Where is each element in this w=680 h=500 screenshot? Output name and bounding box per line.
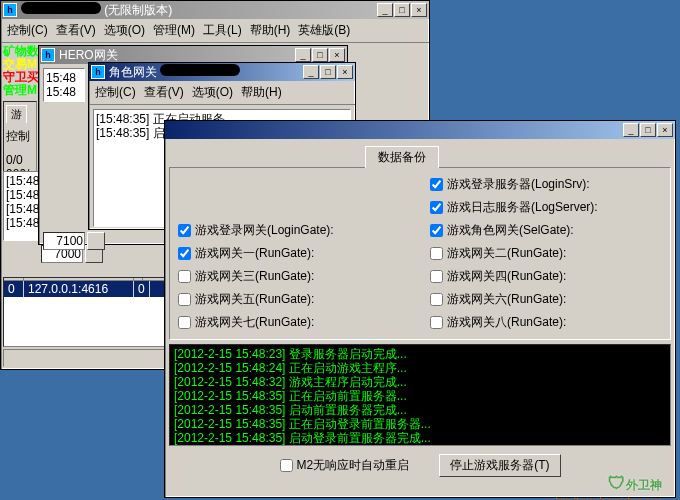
console-output: [2012-2-15 15:48:23] 登录服务器启动完成... [2012-… [169,344,671,446]
app-icon: h [3,3,17,17]
cb-rungate6[interactable]: 游戏网关六(RunGate): [430,289,662,310]
title-role: 角色网关 [109,64,303,81]
cb-rungate2[interactable]: 游戏网关二(RunGate): [430,243,662,264]
cb-logingate[interactable]: 游戏登录网关(LoginGate): [178,220,410,241]
close-button[interactable]: × [411,3,427,17]
maximize-button[interactable]: □ [394,3,410,17]
minimize-button[interactable]: _ [377,3,393,17]
minimize-button[interactable]: _ [295,48,311,62]
menubar-engine: 控制(C) 查看(V) 选项(O) 管理(M) 工具(L) 帮助(H) 英雄版(… [1,19,429,43]
maximize-button[interactable]: □ [640,123,656,137]
cb-loginsrv[interactable]: 游戏登录服务器(LoginSrv): [430,174,662,195]
minimize-button[interactable]: _ [623,123,639,137]
maximize-button[interactable]: □ [320,65,336,79]
maximize-button[interactable]: □ [312,48,328,62]
hero-port-button[interactable] [87,232,105,250]
minimize-button[interactable]: _ [303,65,319,79]
cb-rungate1[interactable]: 游戏网关一(RunGate): [178,243,410,264]
titlebar-engine[interactable]: h (无限制版本) _ □ × [1,1,429,19]
menu-option[interactable]: 选项(O) [188,82,237,103]
menu-option[interactable]: 选项(O) [100,20,149,41]
cb-logserver[interactable]: 游戏日志服务器(LogServer): [430,197,662,218]
window-controller[interactable]: _ □ × 数据备份 游戏登录服务器(LoginSrv): 游戏日志服务器(Lo… [164,120,676,498]
cb-rungate7[interactable]: 游戏网关七(RunGate): [178,312,410,333]
app-icon: h [91,65,105,79]
titlebar-controller[interactable]: _ □ × [165,121,675,139]
service-group: 游戏登录服务器(LoginSrv): 游戏日志服务器(LogServer): 游… [169,167,671,340]
menu-manage[interactable]: 管理(M) [149,20,199,41]
cb-autorestart[interactable]: M2无响应时自动重启 [280,455,410,476]
titlebar-role[interactable]: h 角色网关 _ □ × [89,63,355,81]
title-hero: HERO网关 [59,47,295,64]
cb-rungate5[interactable]: 游戏网关五(RunGate): [178,289,410,310]
hero-port-input[interactable] [43,232,85,250]
cb-rungate4[interactable]: 游戏网关四(RunGate): [430,266,662,287]
tab-item[interactable]: 游 [6,105,27,123]
app-icon: h [41,48,55,62]
menu-view[interactable]: 查看(V) [52,20,100,41]
cb-selgate[interactable]: 游戏角色网关(SelGate): [430,220,662,241]
footer-row: M2无响应时自动重启 停止游戏服务器(T) [165,450,675,481]
stop-server-button[interactable]: 停止游戏服务器(T) [439,454,560,477]
menu-help[interactable]: 帮助(H) [237,82,286,103]
title-controller [171,123,623,137]
close-button[interactable]: × [337,65,353,79]
menubar-role: 控制(C) 查看(V) 选项(O) 帮助(H) [89,81,355,105]
hero-log: 15:48 15:48 [43,68,85,102]
tab-backup[interactable]: 数据备份 [365,146,439,168]
menu-tool[interactable]: 工具(L) [199,20,246,41]
menu-control[interactable]: 控制(C) [3,20,52,41]
close-button[interactable]: × [329,48,345,62]
close-button[interactable]: × [657,123,673,137]
menu-help[interactable]: 帮助(H) [246,20,295,41]
menu-view[interactable]: 查看(V) [140,82,188,103]
cb-rungate3[interactable]: 游戏网关三(RunGate): [178,266,410,287]
side-status: 矿物数 交易M 守卫买 管理M [3,45,39,97]
title-engine: (无限制版本) [21,2,377,19]
cb-rungate8[interactable]: 游戏网关八(RunGate): [430,312,662,333]
menu-control[interactable]: 控制(C) [91,82,140,103]
menu-hero[interactable]: 英雄版(B) [294,20,354,41]
